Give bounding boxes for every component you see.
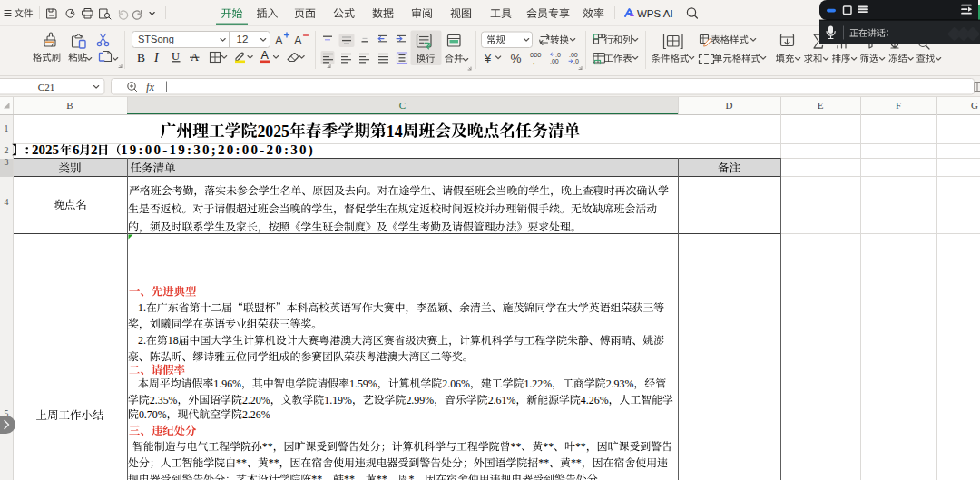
- svg-text:2.26%: 2.26%: [242, 408, 270, 421]
- svg-text:5: 5: [5, 408, 9, 418]
- svg-text:F: F: [896, 100, 901, 111]
- svg-text:2025: 2025: [32, 142, 59, 157]
- svg-text:**: **: [236, 456, 247, 469]
- svg-text:4: 4: [5, 197, 9, 207]
- svg-text:STSong: STSong: [138, 34, 174, 44]
- svg-text:**: **: [571, 456, 582, 469]
- svg-text:A: A: [275, 34, 283, 47]
- svg-text:1.19%: 1.19%: [324, 394, 352, 407]
- svg-text:G: G: [971, 100, 978, 111]
- svg-text:**: **: [311, 473, 322, 480]
- svg-text:2025: 2025: [257, 122, 289, 141]
- svg-text:2.06%: 2.06%: [442, 377, 470, 390]
- svg-text:%: %: [511, 52, 522, 65]
- svg-text:¥: ¥: [484, 52, 492, 65]
- svg-text:WPS AI: WPS AI: [637, 8, 673, 19]
- svg-text:2.20%: 2.20%: [242, 394, 270, 407]
- svg-text:E: E: [818, 100, 824, 111]
- svg-text:14: 14: [387, 122, 403, 141]
- svg-text:**: **: [543, 440, 554, 453]
- svg-text:000: 000: [530, 51, 542, 59]
- svg-text:0.70%: 0.70%: [139, 408, 167, 421]
- svg-text:B: B: [66, 100, 73, 111]
- svg-text:*: *: [408, 473, 414, 480]
- svg-text:2: 2: [5, 145, 9, 155]
- svg-text:2.99%: 2.99%: [406, 394, 434, 407]
- svg-text:2.61%: 2.61%: [488, 394, 516, 407]
- svg-text:,: ,: [533, 56, 535, 65]
- svg-text:**: **: [262, 440, 273, 453]
- svg-text:**: **: [377, 473, 387, 480]
- svg-text:A: A: [261, 49, 270, 62]
- svg-text:2.93%: 2.93%: [606, 377, 634, 390]
- svg-text:**: **: [269, 456, 279, 469]
- svg-text:.00: .00: [550, 58, 559, 64]
- svg-text:1.22%: 1.22%: [524, 377, 552, 390]
- svg-text:3: 3: [5, 157, 9, 167]
- svg-text:**: **: [344, 473, 355, 480]
- svg-text:1.96%: 1.96%: [213, 377, 241, 390]
- svg-text:2.35%: 2.35%: [150, 394, 178, 407]
- svg-text:.0: .0: [555, 52, 561, 58]
- svg-text:.0: .0: [573, 58, 579, 64]
- svg-text:fx: fx: [146, 81, 154, 93]
- svg-text:**: **: [575, 440, 586, 453]
- svg-text:18: 18: [168, 334, 179, 347]
- svg-text:**: **: [538, 456, 549, 469]
- svg-text:6: 6: [73, 142, 80, 157]
- svg-text:**: **: [511, 440, 522, 453]
- svg-text:1: 1: [5, 123, 9, 133]
- svg-text:C21: C21: [38, 82, 54, 93]
- svg-text:1.59%: 1.59%: [349, 377, 377, 390]
- svg-text:12: 12: [237, 34, 249, 44]
- svg-text:1.: 1.: [138, 301, 146, 314]
- svg-text:2.: 2.: [138, 334, 146, 347]
- svg-text:19:00-19:30;20:00-20:30): 19:00-19:30;20:00-20:30): [121, 142, 315, 158]
- svg-text:A: A: [191, 51, 199, 64]
- svg-text:B: B: [137, 51, 145, 64]
- svg-text:A: A: [294, 34, 302, 47]
- svg-text:C: C: [399, 100, 406, 111]
- svg-text:D: D: [726, 100, 733, 111]
- svg-text:U: U: [172, 50, 180, 63]
- svg-text:.00: .00: [569, 52, 578, 58]
- svg-text:2: 2: [91, 142, 98, 157]
- svg-text:4.26%: 4.26%: [581, 394, 609, 407]
